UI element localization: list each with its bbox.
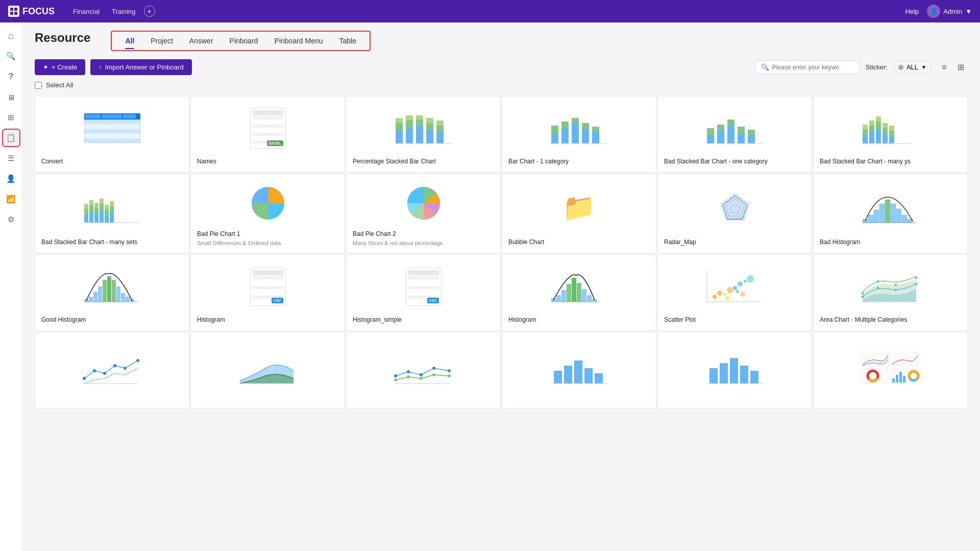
sidebar-item-person[interactable]: 👤 <box>2 170 20 188</box>
svg-rect-93 <box>891 204 896 223</box>
sidebar-item-resource[interactable]: 📋 <box>2 129 20 147</box>
sidebar-item-settings[interactable]: ⚙ <box>2 210 20 229</box>
svg-point-135 <box>894 289 897 292</box>
resource-card[interactable] <box>35 332 189 409</box>
card-thumb <box>820 180 961 234</box>
page-header: Resource All Project Answer Pinboard Pin… <box>35 31 968 51</box>
resource-card[interactable]: Histogram <box>502 254 656 331</box>
resource-card[interactable]: Bad Stacked Bar Chart - many ys <box>813 96 968 173</box>
nav-financial[interactable]: Financial <box>67 8 106 15</box>
svg-rect-4 <box>396 131 403 143</box>
sidebar-item-grid[interactable]: ⊞ <box>2 108 20 127</box>
resource-card[interactable]: CSV Histogram_simple <box>346 254 501 331</box>
search-input[interactable] <box>772 64 854 71</box>
sidebar-item-help[interactable]: ? <box>2 67 20 86</box>
select-all-checkbox[interactable] <box>35 82 42 89</box>
help-link[interactable]: Help <box>905 8 919 15</box>
list-view-button[interactable]: ≡ <box>937 60 951 75</box>
radar-svg <box>715 189 755 225</box>
resource-card[interactable]: Percentage Stacked Bar Chart <box>346 96 501 173</box>
csv-thumb: CSV <box>250 268 286 306</box>
resource-card[interactable] <box>190 332 345 409</box>
resource-card[interactable] <box>346 332 501 409</box>
card-thumb <box>664 180 805 234</box>
search-bar: 🔍 Sticker: ALL ▼ ≡ ⊞ <box>755 60 968 75</box>
resource-card[interactable] <box>657 332 812 409</box>
resource-card[interactable]: Bar Chart - 1 category <box>502 96 656 173</box>
resource-card[interactable]: Area Chart - Multiple Categories <box>813 254 968 331</box>
bar-chart-cat-svg <box>549 110 610 146</box>
svg-rect-170 <box>740 366 748 384</box>
svg-rect-55 <box>889 131 894 137</box>
resource-card[interactable] <box>502 332 656 409</box>
user-menu[interactable]: 👤 Admin ▼ <box>927 5 972 18</box>
svg-rect-31 <box>707 135 714 143</box>
tab-table[interactable]: Table <box>332 34 363 48</box>
svg-rect-163 <box>574 361 582 384</box>
resource-card[interactable]: Bad Histogram <box>813 174 968 253</box>
tab-pinboard[interactable]: Pinboard <box>223 34 265 48</box>
app-name: FOCUS <box>22 6 55 17</box>
resource-card[interactable]: Bad Stacked Bar Chart - many sets <box>35 174 189 253</box>
tab-pinboard-menu[interactable]: Pinboard Menu <box>267 34 330 48</box>
resource-card[interactable]: EXCEL Names <box>190 96 345 173</box>
svg-rect-13 <box>426 130 433 143</box>
nav-training[interactable]: Training <box>106 8 141 15</box>
svg-rect-113 <box>567 284 571 302</box>
svg-rect-164 <box>584 368 593 384</box>
svg-rect-44 <box>863 125 868 130</box>
create-icon: ✦ <box>43 63 48 71</box>
resource-card[interactable]: Bad Stacked Bar Chart - one category <box>657 96 812 173</box>
pie2-svg <box>406 185 442 221</box>
svg-point-120 <box>713 295 717 299</box>
svg-rect-99 <box>89 297 93 302</box>
resource-card[interactable]: Bad Pie Chart 2 Many Slices & not about … <box>346 174 501 253</box>
sticker-chevron-icon: ▼ <box>921 64 926 70</box>
svg-rect-168 <box>720 363 728 384</box>
sticker-value: ALL <box>906 63 918 71</box>
add-tab-button[interactable]: + <box>144 6 155 17</box>
sidebar-item-list[interactable]: ☰ <box>2 149 20 167</box>
svg-point-150 <box>394 374 397 377</box>
svg-point-137 <box>861 292 864 295</box>
card-thumb: 📁 <box>508 180 650 234</box>
search-icon: 🔍 <box>761 63 769 71</box>
resource-card[interactable]: Convert <box>35 96 189 173</box>
tab-answer[interactable]: Answer <box>182 34 220 48</box>
resource-card[interactable]: Radar_Map <box>657 174 812 253</box>
select-all-row: Select All <box>35 81 968 89</box>
resource-card[interactable]: Scatter Plot <box>657 254 812 331</box>
sidebar-item-monitor[interactable]: 🖥 <box>2 88 20 106</box>
svg-rect-114 <box>572 278 576 302</box>
card-thumb <box>41 103 183 154</box>
tab-all[interactable]: All <box>118 34 141 48</box>
sticker-select[interactable]: ALL ▼ <box>894 61 931 74</box>
sidebar-item-home[interactable]: ⌂ <box>2 27 20 45</box>
svg-rect-28 <box>592 132 599 143</box>
resource-card[interactable]: Good Histogram <box>35 254 189 331</box>
create-button[interactable]: ✦ + Create <box>35 59 85 75</box>
svg-rect-89 <box>868 215 873 223</box>
tab-project[interactable]: Project <box>143 34 180 48</box>
resource-card[interactable]: Bad Pie Chart 1 Small Differences & Orde… <box>190 174 345 253</box>
svg-rect-3 <box>14 12 17 15</box>
svg-point-138 <box>876 280 879 283</box>
card-thumb <box>820 261 961 312</box>
pinboard-svg <box>860 350 921 386</box>
card-title: Convert <box>41 158 183 166</box>
resource-card[interactable]: 📁 Bubble Chart <box>502 174 656 253</box>
card-thumb: EXCEL <box>197 103 338 154</box>
content-area: Resource All Project Answer Pinboard Pin… <box>22 22 980 551</box>
view-toggle: ≡ ⊞ <box>937 60 968 75</box>
resource-card[interactable]: CSV Histogram <box>190 254 345 331</box>
resource-card[interactable] <box>813 332 968 409</box>
svg-rect-90 <box>874 210 879 223</box>
bar-chart-many-svg <box>82 189 143 225</box>
sidebar-item-signal[interactable]: 📶 <box>2 190 20 208</box>
grid-view-button[interactable]: ⊞ <box>953 60 968 75</box>
sidebar-item-search[interactable]: 🔍 <box>2 47 20 65</box>
import-button[interactable]: ↑ Import Answer or Pinboard <box>90 59 191 75</box>
svg-rect-171 <box>750 371 758 384</box>
svg-rect-38 <box>738 127 745 133</box>
svg-rect-71 <box>105 210 109 216</box>
